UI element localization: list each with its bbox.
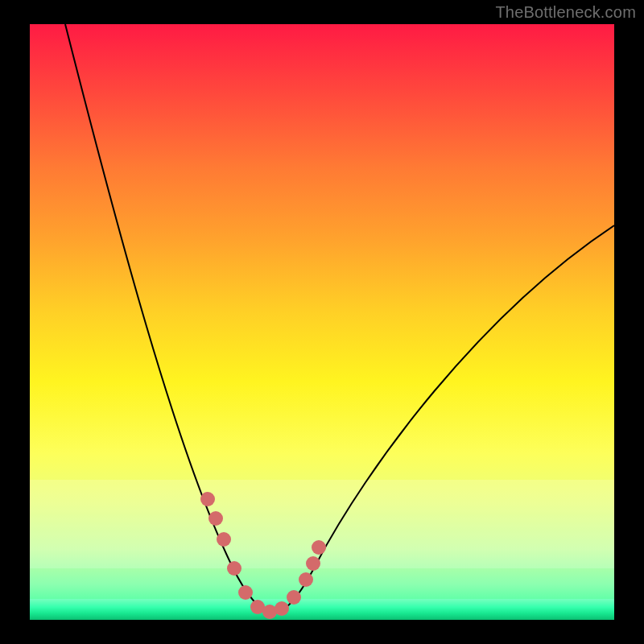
svg-point-2: [217, 532, 231, 547]
curve-layer: [30, 24, 614, 620]
bottleneck-curve: [65, 24, 614, 613]
chart-frame: TheBottleneck.com: [0, 0, 644, 644]
watermark-text: TheBottleneck.com: [495, 3, 636, 22]
plot-area: [30, 24, 614, 620]
svg-point-7: [275, 601, 289, 616]
svg-point-3: [227, 561, 242, 576]
svg-point-8: [287, 590, 301, 605]
highlight-markers: [200, 492, 326, 619]
svg-point-10: [306, 556, 320, 571]
svg-point-1: [208, 511, 223, 526]
svg-point-11: [312, 540, 326, 555]
svg-point-4: [238, 585, 253, 600]
svg-point-9: [299, 572, 313, 587]
svg-point-0: [200, 492, 215, 506]
